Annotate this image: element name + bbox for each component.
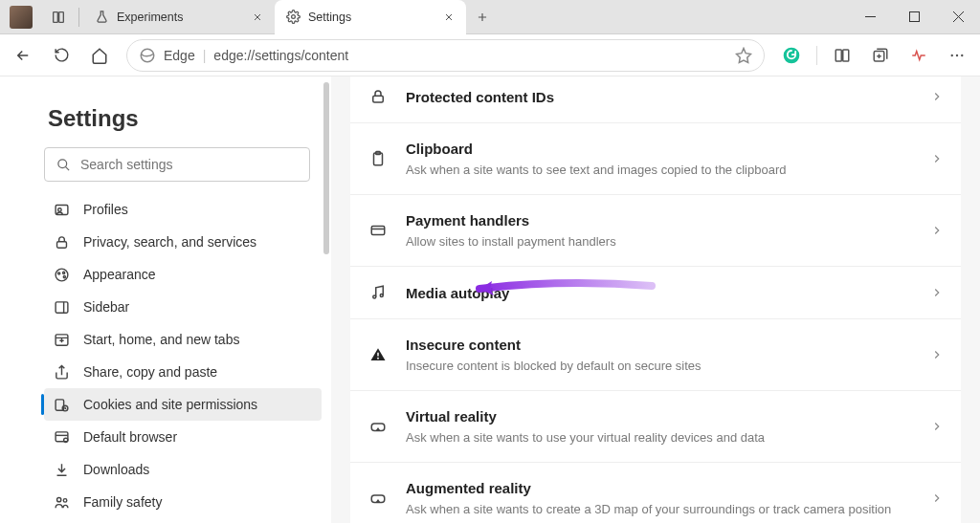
- window-minimize-button[interactable]: [848, 0, 892, 34]
- svg-rect-3: [909, 12, 919, 22]
- row-title: Media autoplay: [406, 285, 913, 301]
- sidebar-item-label: Default browser: [83, 429, 177, 445]
- grammarly-icon[interactable]: [774, 38, 809, 73]
- window-close-button[interactable]: [936, 0, 980, 34]
- sidebar-item-cookies[interactable]: Cookies and site permissions: [44, 388, 322, 421]
- url-text: edge://settings/content: [213, 48, 348, 63]
- row-title: Virtual reality: [406, 408, 913, 425]
- more-menu-button[interactable]: [940, 38, 974, 73]
- sidebar-item-default-browser[interactable]: Default browser: [44, 421, 322, 453]
- svg-point-16: [56, 269, 68, 281]
- svg-point-26: [57, 497, 61, 501]
- tab-close-button[interactable]: [441, 10, 457, 25]
- row-protected-content[interactable]: Protected content IDs: [350, 76, 961, 122]
- svg-rect-0: [54, 11, 58, 22]
- svg-point-25: [64, 438, 68, 442]
- row-desc: Allow sites to install payment handlers: [406, 234, 913, 249]
- row-clipboard[interactable]: ClipboardAsk when a site wants to see te…: [350, 122, 961, 194]
- address-bar[interactable]: Edge | edge://settings/content: [126, 39, 765, 72]
- tab-actions-button[interactable]: [42, 0, 75, 34]
- svg-point-18: [63, 272, 65, 273]
- svg-rect-28: [373, 96, 384, 102]
- tab-experiments[interactable]: Experiments: [83, 0, 275, 34]
- sidebar-item-appearance[interactable]: Appearance: [44, 258, 322, 291]
- search-input[interactable]: [80, 157, 298, 172]
- tab-settings[interactable]: Settings: [275, 0, 466, 34]
- back-button[interactable]: [6, 38, 40, 73]
- sidebar-scrollbar[interactable]: [322, 76, 331, 523]
- sidebar-item-label: Sidebar: [83, 299, 129, 315]
- titlebar: Experiments Settings: [0, 0, 980, 34]
- row-title: Insecure content: [406, 337, 913, 353]
- ar-icon: [368, 490, 389, 507]
- window-maximize-button[interactable]: [892, 0, 936, 34]
- separator: [78, 8, 79, 27]
- separator: [816, 46, 817, 65]
- settings-search[interactable]: [44, 147, 310, 182]
- svg-point-27: [63, 498, 67, 502]
- favorite-button[interactable]: [735, 47, 752, 64]
- family-icon: [54, 494, 70, 511]
- sidebar-item-sidebar[interactable]: Sidebar: [44, 291, 322, 323]
- sidebar-item-label: Cookies and site permissions: [83, 397, 257, 412]
- svg-point-14: [58, 207, 62, 211]
- sidebar-item-share[interactable]: Share, copy and paste: [44, 356, 322, 388]
- download-icon: [54, 462, 70, 478]
- sidebar-item-family[interactable]: Family safety: [44, 486, 322, 518]
- sidebar-item-label: Profiles: [83, 202, 128, 217]
- row-augmented-reality[interactable]: Augmented realityAsk when a site wants t…: [350, 462, 961, 523]
- share-icon: [54, 364, 70, 381]
- svg-point-10: [956, 54, 958, 55]
- svg-rect-15: [57, 241, 67, 247]
- appearance-icon: [54, 267, 70, 283]
- svg-point-34: [377, 358, 379, 360]
- split-screen-button[interactable]: [825, 38, 859, 73]
- tab-label: Experiments: [117, 11, 242, 24]
- wellness-button[interactable]: [902, 38, 936, 73]
- chevron-right-icon: [930, 348, 944, 361]
- refresh-button[interactable]: [44, 38, 78, 73]
- sidebar-item-label: Downloads: [83, 462, 149, 477]
- row-payment-handlers[interactable]: Payment handlersAllow sites to install p…: [350, 194, 961, 266]
- settings-main: Protected content IDs ClipboardAsk when …: [331, 76, 980, 523]
- sidebar-item-profiles[interactable]: Profiles: [44, 193, 322, 226]
- sidebar-item-label: Share, copy and paste: [83, 364, 217, 380]
- svg-point-33: [380, 294, 383, 297]
- edge-icon: [139, 47, 156, 64]
- svg-rect-31: [371, 227, 385, 235]
- home-button[interactable]: [82, 38, 117, 73]
- lock-icon: [54, 234, 70, 251]
- gear-icon: [286, 10, 301, 24]
- row-desc: Ask when a site wants to create a 3D map…: [406, 502, 913, 516]
- vr-icon: [368, 418, 389, 435]
- svg-point-12: [58, 159, 67, 167]
- sidebar-item-privacy[interactable]: Privacy, search, and services: [44, 226, 322, 258]
- profile-avatar[interactable]: [10, 6, 33, 29]
- chevron-right-icon: [930, 420, 944, 433]
- card-icon: [368, 222, 389, 239]
- svg-point-32: [373, 295, 376, 298]
- row-title: Protected content IDs: [406, 89, 913, 105]
- sidebar-item-label: Appearance: [83, 267, 156, 282]
- browser-icon: [54, 429, 70, 446]
- row-media-autoplay[interactable]: Media autoplay: [350, 266, 961, 318]
- sidebar-item-downloads[interactable]: Downloads: [44, 453, 322, 486]
- sidebar-item-label: Privacy, search, and services: [83, 234, 256, 250]
- newtab-icon: [54, 332, 70, 348]
- row-virtual-reality[interactable]: Virtual realityAsk when a site wants to …: [350, 390, 961, 462]
- collections-button[interactable]: [863, 38, 898, 73]
- panel-icon: [54, 299, 70, 316]
- profile-icon: [54, 202, 70, 218]
- chevron-right-icon: [930, 224, 944, 237]
- svg-point-11: [961, 54, 963, 55]
- sidebar-item-start[interactable]: Start, home, and new tabs: [44, 323, 322, 356]
- svg-point-17: [58, 272, 60, 274]
- row-title: Clipboard: [406, 141, 913, 157]
- tab-close-button[interactable]: [250, 10, 265, 25]
- lock-icon: [368, 88, 389, 105]
- browser-name: Edge: [164, 48, 195, 63]
- row-insecure-content[interactable]: Insecure contentInsecure content is bloc…: [350, 318, 961, 390]
- row-desc: Ask when a site wants to see text and im…: [406, 163, 913, 177]
- chevron-right-icon: [930, 90, 944, 103]
- new-tab-button[interactable]: [466, 0, 499, 34]
